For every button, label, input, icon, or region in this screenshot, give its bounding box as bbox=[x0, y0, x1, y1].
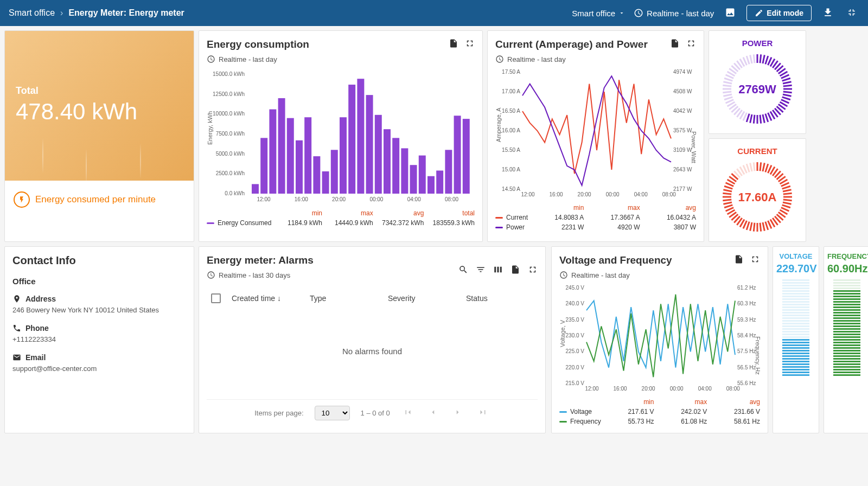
fullscreen-exit-button[interactable] bbox=[844, 5, 859, 22]
svg-text:59.3 Hz: 59.3 Hz bbox=[737, 317, 756, 323]
timewindow-select[interactable]: Realtime - last day bbox=[634, 8, 714, 18]
svg-text:56.5 Hz: 56.5 Hz bbox=[737, 364, 756, 370]
svg-line-151 bbox=[760, 223, 761, 232]
svg-text:2769W: 2769W bbox=[738, 82, 776, 96]
fullscreen-icon[interactable] bbox=[750, 254, 760, 264]
svg-text:10000.0 kWh: 10000.0 kWh bbox=[213, 111, 245, 117]
current-power-card: Current (Amperage) and Power Realtime - … bbox=[487, 30, 704, 242]
fullscreen-icon[interactable] bbox=[465, 39, 475, 48]
search-icon[interactable] bbox=[458, 265, 468, 274]
page-range: 1 – 0 of 0 bbox=[361, 409, 390, 417]
svg-text:Frequency, Hz: Frequency, Hz bbox=[755, 336, 761, 375]
pager: Items per page: 10 1 – 0 of 0 bbox=[207, 399, 538, 421]
contact-subhead: Office bbox=[12, 277, 186, 286]
energy-consumption-chart: 0.0 kWh2500.0 kWh5000.0 kWh7500.0 kWh100… bbox=[207, 69, 476, 204]
svg-rect-26 bbox=[366, 95, 373, 194]
export-data-icon[interactable] bbox=[449, 39, 458, 48]
last-page-button[interactable] bbox=[476, 405, 490, 421]
col-created[interactable]: Created time ↓ bbox=[232, 294, 299, 303]
realtime-label[interactable]: Realtime - last day bbox=[559, 271, 760, 279]
next-page-button[interactable] bbox=[451, 405, 465, 421]
col-type[interactable]: Type bbox=[310, 294, 377, 303]
voltage-frequency-chart: 215.0 V220.0 V225.0 V230.0 V235.0 V240.0… bbox=[559, 285, 761, 393]
dashboard-select[interactable]: Smart office bbox=[572, 9, 625, 18]
svg-line-64 bbox=[765, 56, 768, 64]
svg-line-181 bbox=[754, 162, 755, 171]
svg-line-180 bbox=[750, 163, 752, 171]
select-all-checkbox[interactable] bbox=[211, 293, 221, 303]
download-button[interactable] bbox=[820, 5, 835, 22]
col-status[interactable]: Status bbox=[466, 294, 533, 303]
chevron-down-icon bbox=[618, 10, 625, 16]
svg-text:225.0 V: 225.0 V bbox=[566, 348, 585, 354]
export-data-icon[interactable] bbox=[670, 39, 680, 48]
svg-text:3575 W: 3575 W bbox=[673, 127, 692, 133]
voltage-frequency-card: Voltage and Frequency Realtime - last da… bbox=[551, 246, 768, 433]
pin-icon bbox=[12, 295, 21, 303]
email-icon bbox=[12, 353, 21, 362]
realtime-label[interactable]: Realtime - last 30 days bbox=[207, 271, 314, 279]
svg-line-120 bbox=[754, 54, 755, 63]
svg-text:04:00: 04:00 bbox=[698, 386, 712, 392]
app-header: Smart office › Energy Meter: Energy mete… bbox=[0, 0, 868, 26]
svg-text:16:00: 16:00 bbox=[295, 196, 308, 202]
svg-line-170 bbox=[724, 186, 732, 189]
card-title: Energy meter: Alarms bbox=[207, 254, 314, 266]
svg-line-139 bbox=[783, 202, 792, 204]
svg-rect-32 bbox=[419, 156, 426, 194]
fullscreen-icon[interactable] bbox=[686, 39, 696, 48]
svg-text:235.0 V: 235.0 V bbox=[566, 317, 585, 323]
realtime-label[interactable]: Realtime - last day bbox=[495, 55, 696, 63]
svg-line-105 bbox=[723, 92, 731, 93]
svg-text:00:00: 00:00 bbox=[606, 191, 620, 197]
export-image-button[interactable] bbox=[723, 5, 738, 22]
timewindow-label: Realtime - last day bbox=[647, 9, 714, 18]
breadcrumb-root[interactable]: Smart office bbox=[9, 8, 55, 18]
svg-line-94 bbox=[746, 114, 749, 122]
svg-text:12500.0 kWh: 12500.0 kWh bbox=[213, 91, 245, 97]
contact-title: Contact Info bbox=[12, 254, 186, 267]
svg-line-154 bbox=[750, 222, 752, 231]
svg-line-168 bbox=[723, 193, 731, 194]
svg-rect-24 bbox=[348, 85, 355, 194]
power-gauge: 2769W bbox=[717, 50, 798, 126]
svg-text:04:00: 04:00 bbox=[634, 191, 648, 197]
svg-text:215.0 V: 215.0 V bbox=[566, 380, 585, 386]
filter-icon[interactable] bbox=[476, 265, 486, 274]
contact-phone: +1112223334 bbox=[12, 335, 186, 344]
edit-mode-button[interactable]: Edit mode bbox=[746, 5, 812, 21]
export-data-icon[interactable] bbox=[734, 254, 744, 264]
svg-rect-17 bbox=[287, 118, 294, 194]
pencil-icon bbox=[755, 9, 763, 17]
svg-text:15.00 A: 15.00 A bbox=[502, 167, 520, 172]
svg-text:Voltage, V: Voltage, V bbox=[559, 319, 566, 347]
total-hero-image: Total 478.40 kWh bbox=[5, 31, 194, 181]
power-gauge-card: POWER 2769W bbox=[709, 30, 806, 134]
frequency-bargauge-card: FREQUENCY 60.90Hz bbox=[824, 246, 868, 433]
svg-text:57.5 Hz: 57.5 Hz bbox=[737, 348, 756, 354]
col-severity[interactable]: Severity bbox=[388, 294, 455, 303]
page-size-select[interactable]: 10 bbox=[315, 406, 350, 420]
svg-text:2177 W: 2177 W bbox=[673, 186, 692, 192]
svg-text:20:00: 20:00 bbox=[642, 386, 655, 392]
sort-down-icon: ↓ bbox=[277, 294, 281, 303]
svg-line-179 bbox=[746, 164, 749, 172]
fullscreen-icon[interactable] bbox=[528, 265, 538, 274]
svg-text:220.0 V: 220.0 V bbox=[566, 364, 585, 370]
svg-line-90 bbox=[760, 115, 761, 124]
svg-text:15.50 A: 15.50 A bbox=[502, 147, 520, 153]
prev-page-button[interactable] bbox=[426, 405, 440, 421]
columns-icon[interactable] bbox=[493, 265, 503, 274]
gauge-title: POWER bbox=[717, 39, 798, 48]
first-page-button[interactable] bbox=[401, 405, 415, 421]
breadcrumb-current: Energy Meter: Energy meter bbox=[68, 8, 184, 18]
svg-text:61.2 Hz: 61.2 Hz bbox=[737, 285, 756, 291]
svg-line-93 bbox=[750, 114, 752, 123]
contact-info-card: Contact Info Office Address 246 Bowery N… bbox=[4, 246, 194, 433]
svg-rect-19 bbox=[304, 117, 311, 194]
export-data-icon[interactable] bbox=[510, 265, 520, 274]
svg-text:245.0 V: 245.0 V bbox=[566, 285, 585, 291]
realtime-label[interactable]: Realtime - last day bbox=[207, 55, 475, 63]
svg-line-92 bbox=[754, 115, 755, 124]
frequency-bars bbox=[827, 279, 866, 376]
